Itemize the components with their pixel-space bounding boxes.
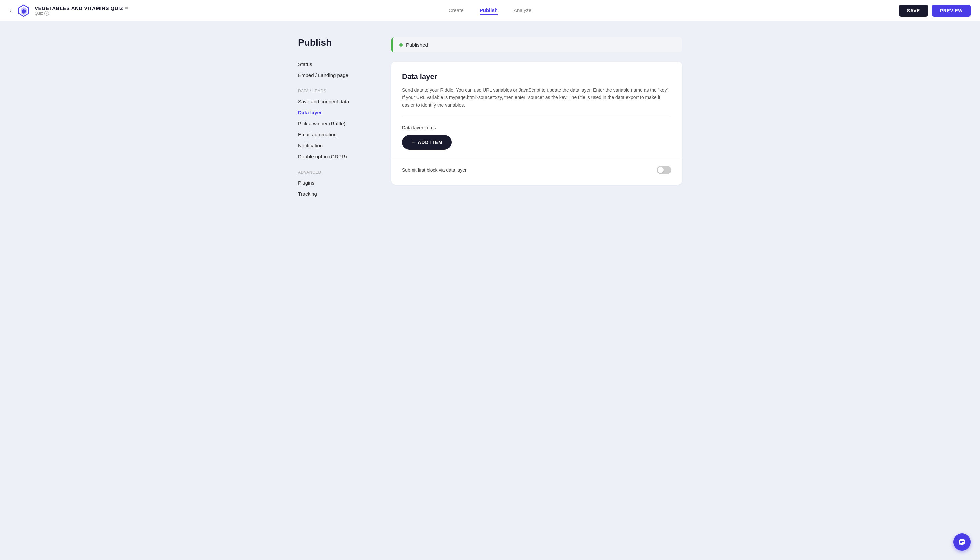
sidebar-title: Publish bbox=[298, 37, 381, 48]
sidebar-section-data-leads: Data / Leads bbox=[298, 89, 381, 93]
plus-icon: + bbox=[411, 139, 415, 145]
header-left: ‹ VEGETABLES AND VITAMINS QUIZ ✏ Quiz i bbox=[9, 4, 330, 18]
sidebar-item-embed[interactable]: Embed / Landing page bbox=[298, 70, 381, 81]
card-title: Data layer bbox=[402, 72, 671, 81]
sidebar: Publish Status Embed / Landing page Data… bbox=[298, 37, 391, 199]
data-layer-card: Data layer Send data to your Riddle. You… bbox=[391, 62, 682, 185]
main-layout: Publish Status Embed / Landing page Data… bbox=[290, 21, 690, 215]
sidebar-item-email-automation[interactable]: Email automation bbox=[298, 129, 381, 140]
toggle-label: Submit first block via data layer bbox=[402, 167, 467, 173]
sidebar-item-plugins[interactable]: Plugins bbox=[298, 177, 381, 188]
main-content: Published Data layer Send data to your R… bbox=[391, 37, 682, 199]
chat-button[interactable] bbox=[953, 533, 971, 551]
back-arrow-icon[interactable]: ‹ bbox=[9, 7, 11, 14]
add-item-button[interactable]: + ADD ITEM bbox=[402, 135, 452, 150]
card-divider bbox=[391, 158, 682, 158]
status-text: Published bbox=[406, 42, 428, 48]
sidebar-section-advanced: Advanced bbox=[298, 170, 381, 175]
status-bar: Published bbox=[391, 37, 682, 52]
header-actions: SAVE PREVIEW bbox=[650, 5, 971, 17]
quiz-title: VEGETABLES AND VITAMINS QUIZ ✏ bbox=[35, 5, 129, 11]
sidebar-item-data-layer[interactable]: Data layer bbox=[298, 107, 381, 118]
main-nav: Create Publish Analyze bbox=[330, 6, 650, 15]
quiz-title-area: VEGETABLES AND VITAMINS QUIZ ✏ Quiz i bbox=[35, 5, 129, 16]
add-item-label: ADD ITEM bbox=[418, 140, 442, 145]
sidebar-item-raffle[interactable]: Pick a winner (Raffle) bbox=[298, 118, 381, 129]
edit-icon[interactable]: ✏ bbox=[125, 6, 129, 11]
quiz-subtitle: Quiz i bbox=[35, 11, 129, 16]
sidebar-item-save-connect[interactable]: Save and connect data bbox=[298, 96, 381, 107]
chat-icon bbox=[958, 538, 966, 546]
save-button[interactable]: SAVE bbox=[899, 5, 928, 17]
app-header: ‹ VEGETABLES AND VITAMINS QUIZ ✏ Quiz i … bbox=[0, 0, 980, 21]
sidebar-item-tracking[interactable]: Tracking bbox=[298, 188, 381, 199]
toggle-row: Submit first block via data layer bbox=[402, 166, 671, 174]
data-layer-items-label: Data layer items bbox=[402, 125, 671, 130]
card-description: Send data to your Riddle. You can use UR… bbox=[402, 86, 671, 117]
sidebar-item-status[interactable]: Status bbox=[298, 59, 381, 70]
submit-first-block-toggle[interactable] bbox=[657, 166, 671, 174]
sidebar-item-notification[interactable]: Notification bbox=[298, 140, 381, 151]
nav-publish[interactable]: Publish bbox=[480, 6, 498, 15]
toggle-track bbox=[657, 166, 671, 174]
info-icon[interactable]: i bbox=[44, 11, 49, 16]
logo-icon bbox=[17, 4, 31, 18]
sidebar-item-gdpr[interactable]: Double opt-in (GDPR) bbox=[298, 151, 381, 162]
nav-create[interactable]: Create bbox=[449, 6, 464, 15]
status-dot-icon bbox=[399, 43, 403, 47]
nav-analyze[interactable]: Analyze bbox=[514, 6, 531, 15]
preview-button[interactable]: PREVIEW bbox=[932, 5, 971, 17]
